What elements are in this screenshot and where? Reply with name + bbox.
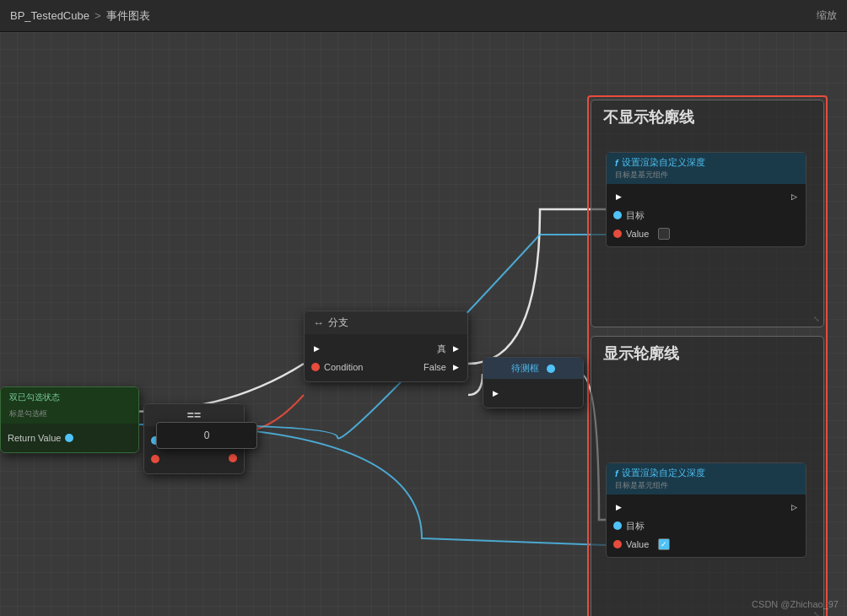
pin-condition-label: Condition (324, 362, 363, 372)
pin-wait-exec-in: ▶ (490, 388, 500, 398)
func-top-subtitle: 目标是基元组件 (615, 170, 797, 181)
topbar: BP_TestedCube > 事件图表 缩放 (0, 0, 847, 32)
func-node-bottom-header: f 设置渲染自定义深度 目标是基元组件 (607, 463, 806, 494)
node-branch-header: ↔ 分支 (305, 311, 467, 334)
func-top-f-icon: f (615, 158, 618, 168)
pin-compare-b (144, 450, 244, 468)
pin-top-checkbox[interactable] (658, 228, 670, 240)
comment-top-label: 不显示轮廓线 (591, 100, 823, 131)
breadcrumb-sep: > (94, 9, 101, 22)
pin-condition-dot (311, 363, 320, 371)
breadcrumb-child[interactable]: 事件图表 (106, 8, 150, 24)
pin-exec-in-icon: ▶ (311, 343, 321, 354)
pin-return-label: Return Value (8, 433, 61, 443)
node-compare-op: == (187, 408, 201, 422)
watermark: CSDN @Zhichao_97 (752, 599, 839, 609)
topbar-right-label: 缩放 (817, 8, 837, 23)
pin-top-target-label: 目标 (626, 209, 645, 222)
node-wait-header: 待测框 (483, 358, 583, 379)
wait-title: 待测框 (511, 362, 539, 375)
pin-func-top-target: 目标 (607, 206, 806, 224)
func-node-top[interactable]: f 设置渲染自定义深度 目标是基元组件 ▶ ▷ 目标 Value (606, 152, 807, 247)
func-top-title: 设置渲染自定义深度 (622, 156, 705, 169)
blueprint-canvas[interactable]: 双已勾选状态 标是勾选框 Return Value == 0 (0, 32, 847, 616)
pin-func-top-value: Value (607, 224, 806, 243)
pin-func-top-exec: ▶ ▷ (607, 187, 806, 206)
pin-branch-exec: ▶ 真 ▶ (305, 339, 467, 358)
node-branch[interactable]: ↔ 分支 ▶ 真 ▶ Condition False ▶ (304, 311, 468, 382)
pin-top-target-dot (613, 211, 622, 219)
comment-bottom-label: 显示轮廓线 (591, 337, 823, 367)
resize-handle-bottom[interactable]: ⤡ (813, 610, 820, 616)
node-checked-state[interactable]: 双已勾选状态 标是勾选框 Return Value (0, 386, 139, 453)
pin-condition-row: Condition False ▶ (305, 358, 467, 376)
pin-return-dot (65, 434, 73, 442)
resize-handle-top[interactable]: ⤡ (813, 315, 820, 323)
pin-bottom-value-dot (613, 540, 622, 548)
pin-bottom-target-dot (613, 521, 622, 530)
func-node-bottom-body: ▶ ▷ 目标 Value ✓ (607, 494, 806, 557)
pin-b-dot (151, 455, 159, 463)
pin-func-bottom-value: Value ✓ (607, 535, 806, 554)
pin-func-bottom-target: 目标 (607, 516, 806, 535)
branch-icon: ↔ (313, 316, 324, 329)
func-bottom-title: 设置渲染自定义深度 (622, 467, 705, 479)
pin-func-bottom-exec-in: ▶ (613, 502, 623, 512)
func-node-top-header: f 设置渲染自定义深度 目标是基元组件 (607, 153, 806, 184)
pin-exec-true-icon: ▶ (450, 343, 461, 354)
node-wait-body: ▶ (483, 379, 583, 408)
func-bottom-title-row: f 设置渲染自定义深度 (615, 467, 797, 479)
func-node-top-body: ▶ ▷ 目标 Value (607, 184, 806, 246)
node-wait[interactable]: 待测框 ▶ (483, 357, 584, 408)
node-branch-body: ▶ 真 ▶ Condition False ▶ (305, 334, 467, 381)
node-integer[interactable]: 0 (156, 422, 257, 449)
pin-bottom-target-label: 目标 (626, 520, 645, 532)
func-bottom-f-icon: f (615, 468, 618, 478)
pin-bottom-checkbox[interactable]: ✓ (658, 538, 670, 550)
int-value: 0 (204, 430, 210, 441)
pin-func-bottom-exec-out: ▷ (789, 502, 799, 512)
branch-title: 分支 (328, 316, 348, 330)
pin-return-value: Return Value (1, 429, 138, 447)
breadcrumb: BP_TestedCube > 事件图表 (10, 8, 150, 24)
pin-out-dot (229, 454, 237, 462)
node-left-line2: 标是勾选框 (9, 408, 47, 419)
pin-func-bottom-exec: ▶ ▷ (607, 498, 806, 516)
node-left-line1: 双已勾选状态 (9, 392, 60, 403)
pin-func-top-exec-out: ▷ (789, 192, 799, 202)
node-left-body: Return Value (1, 424, 138, 452)
pin-top-value-dot (613, 230, 622, 238)
pin-bottom-value-label: Value (626, 539, 649, 549)
func-node-bottom[interactable]: f 设置渲染自定义深度 目标是基元组件 ▶ ▷ 目标 Value ✓ (606, 462, 807, 558)
breadcrumb-root[interactable]: BP_TestedCube (10, 9, 89, 22)
pin-top-value-label: Value (626, 229, 649, 239)
func-top-title-row: f 设置渲染自定义深度 (615, 156, 797, 169)
node-left-header: 双已勾选状态 标是勾选框 (1, 387, 138, 424)
func-bottom-subtitle: 目标是基元组件 (615, 480, 797, 491)
wait-dot (547, 365, 555, 373)
pin-func-top-exec-in: ▶ (613, 192, 623, 202)
pin-false-label: False (424, 362, 446, 372)
pin-true-label: 真 (437, 343, 446, 355)
pin-exec-false-icon: ▶ (450, 362, 461, 372)
pin-wait-exec: ▶ (483, 384, 583, 403)
